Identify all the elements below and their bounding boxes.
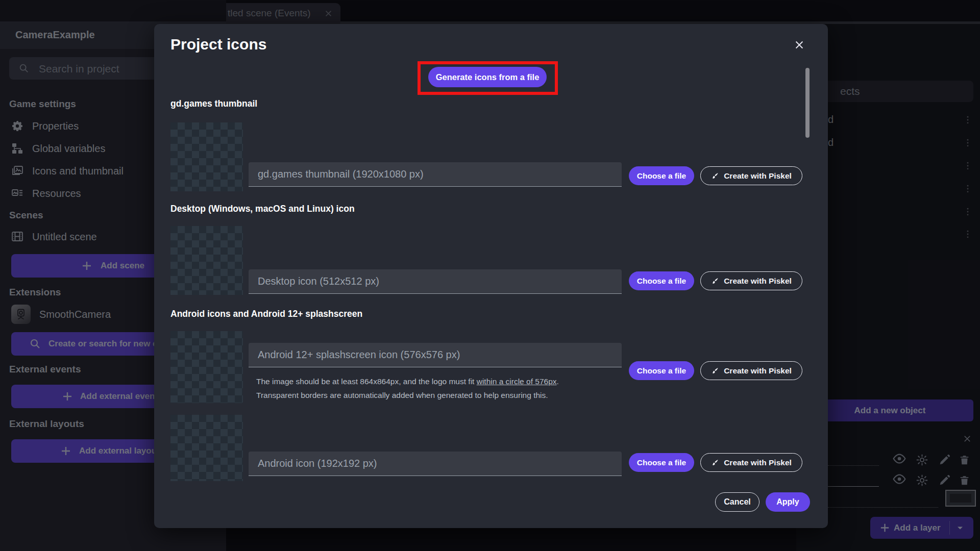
- project-icons-dialog: Project icons Generate icons from a file…: [154, 24, 828, 528]
- choose-file-label: Choose a file: [637, 277, 686, 286]
- gdevelop-editor: tled scene (Events) ects d d: [0, 0, 980, 551]
- help-text: .: [557, 377, 559, 386]
- desktop-icon-input[interactable]: [249, 269, 622, 293]
- cancel-button[interactable]: Cancel: [715, 492, 760, 512]
- android-splashscreen-field: [249, 343, 622, 367]
- choose-file-label: Choose a file: [637, 366, 686, 375]
- section-heading-desktop: Desktop (Windows, macOS and Linux) icon: [170, 204, 355, 214]
- generate-icons-label: Generate icons from a file: [436, 72, 540, 82]
- section-heading-android: Android icons and Android 12+ splashscre…: [170, 309, 362, 319]
- choose-file-button[interactable]: Choose a file: [629, 271, 694, 290]
- brush-icon: [711, 172, 719, 180]
- choose-file-label: Choose a file: [637, 171, 686, 181]
- choose-file-button[interactable]: Choose a file: [629, 453, 694, 472]
- create-with-piskel-label: Create with Piskel: [724, 366, 792, 375]
- create-with-piskel-button[interactable]: Create with Piskel: [700, 361, 802, 380]
- gdgames-thumbnail-field: [249, 162, 622, 187]
- help-link[interactable]: within a circle of 576px: [477, 377, 557, 386]
- dialog-scrollbar-thumb[interactable]: [805, 68, 810, 138]
- create-with-piskel-button[interactable]: Create with Piskel: [700, 271, 802, 290]
- create-with-piskel-label: Create with Piskel: [724, 171, 792, 181]
- create-with-piskel-button[interactable]: Create with Piskel: [700, 453, 802, 472]
- thumbnail-preview-android-icon: [170, 415, 243, 481]
- create-with-piskel-button[interactable]: Create with Piskel: [700, 166, 802, 185]
- gdgames-thumbnail-input[interactable]: [249, 162, 622, 186]
- apply-button[interactable]: Apply: [766, 492, 810, 512]
- splashscreen-help-line2: Transparent borders are automatically ad…: [256, 391, 548, 400]
- thumbnail-preview-desktop: [170, 226, 243, 295]
- thumbnail-preview-gdgames: [170, 122, 243, 191]
- android-icon-input[interactable]: [249, 452, 622, 475]
- generate-icons-button[interactable]: Generate icons from a file: [428, 67, 547, 87]
- brush-icon: [711, 367, 719, 375]
- dialog-close-icon[interactable]: [794, 39, 805, 51]
- choose-file-button[interactable]: Choose a file: [629, 166, 694, 185]
- create-with-piskel-label: Create with Piskel: [724, 277, 792, 286]
- help-text: The image should be at least 864x864px, …: [256, 377, 477, 386]
- choose-file-button[interactable]: Choose a file: [629, 361, 694, 380]
- android-icon-field: [249, 452, 622, 476]
- choose-file-label: Choose a file: [637, 458, 686, 467]
- brush-icon: [711, 277, 719, 285]
- brush-icon: [711, 459, 719, 467]
- create-with-piskel-label: Create with Piskel: [724, 458, 792, 467]
- section-heading-gdgames: gd.games thumbnail: [170, 98, 257, 109]
- android-splashscreen-input[interactable]: [249, 343, 622, 367]
- thumbnail-preview-splashscreen: [170, 331, 243, 403]
- dialog-title: Project icons: [170, 36, 266, 53]
- splashscreen-help-line1: The image should be at least 864x864px, …: [256, 377, 559, 386]
- desktop-icon-field: [249, 269, 622, 294]
